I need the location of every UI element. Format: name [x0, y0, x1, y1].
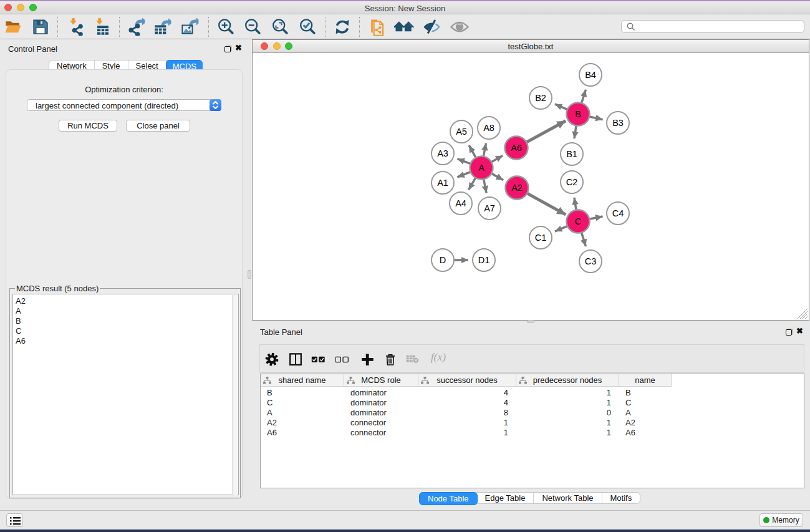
svg-text:D: D	[440, 255, 446, 265]
svg-text:A2: A2	[511, 183, 523, 193]
svg-text:A1: A1	[437, 178, 448, 188]
svg-text:C3: C3	[585, 256, 597, 266]
svg-text:A: A	[478, 163, 485, 173]
svg-text:A3: A3	[437, 148, 448, 158]
svg-text:B3: B3	[612, 118, 624, 128]
svg-text:B: B	[575, 109, 581, 119]
svg-text:A4: A4	[455, 198, 466, 208]
svg-text:C1: C1	[535, 233, 547, 243]
svg-text:B2: B2	[535, 93, 546, 103]
svg-text:C: C	[575, 216, 581, 226]
svg-text:C4: C4	[612, 208, 624, 218]
svg-text:A7: A7	[484, 203, 495, 213]
svg-text:B1: B1	[566, 149, 577, 159]
svg-text:B4: B4	[585, 70, 596, 80]
svg-text:D1: D1	[478, 255, 490, 265]
svg-text:A5: A5	[456, 127, 467, 137]
svg-text:A8: A8	[483, 123, 494, 133]
svg-text:A6: A6	[511, 143, 522, 153]
svg-text:C2: C2	[566, 177, 578, 187]
